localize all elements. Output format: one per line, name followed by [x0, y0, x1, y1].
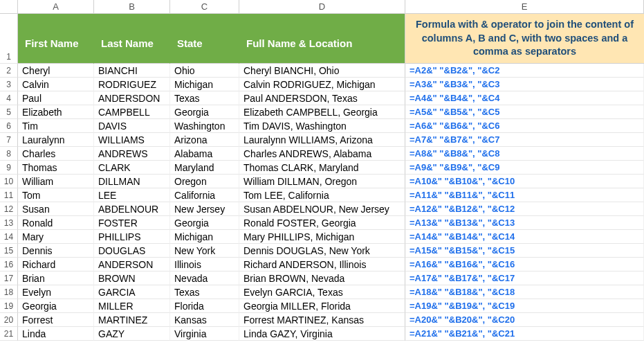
cell-E11[interactable]: =A11&" "&B11&", "&C11 — [405, 188, 644, 202]
cell-C7[interactable]: Arizona — [170, 133, 239, 147]
cell-B19[interactable]: MILLER — [94, 299, 170, 313]
col-header-c[interactable]: C — [170, 0, 239, 14]
cell-D11[interactable]: Tom LEE, California — [239, 188, 405, 202]
row-header-1[interactable]: 1 — [0, 14, 18, 64]
cell-A10[interactable]: William — [18, 175, 94, 188]
cell-A18[interactable]: Evelyn — [18, 285, 94, 299]
row-header-12[interactable]: 12 — [0, 202, 18, 216]
cell-E13[interactable]: =A13&" "&B13&", "&C13 — [405, 216, 644, 230]
cell-D5[interactable]: Elizabeth CAMPBELL, Georgia — [239, 105, 405, 119]
cell-D9[interactable]: Thomas CLARK, Maryland — [239, 161, 405, 175]
cell-E12[interactable]: =A12&" "&B12&", "&C12 — [405, 202, 644, 216]
row-header-16[interactable]: 16 — [0, 258, 18, 272]
cell-B5[interactable]: CAMPBELL — [94, 105, 170, 119]
cell-A20[interactable]: Forrest — [18, 313, 94, 327]
cell-D16[interactable]: Richard ANDERSON, Illinois — [239, 258, 405, 272]
cell-D6[interactable]: Tim DAVIS, Washington — [239, 119, 405, 133]
cell-A21[interactable]: Linda — [18, 327, 94, 341]
cell-D21[interactable]: Linda GAZY, Virginia — [239, 327, 405, 341]
row-header-5[interactable]: 5 — [0, 105, 18, 119]
cell-B14[interactable]: PHILLIPS — [94, 230, 170, 244]
header-formula-description[interactable]: Formula with & operator to join the cont… — [405, 14, 644, 64]
row-header-18[interactable]: 18 — [0, 285, 18, 299]
cell-C20[interactable]: Kansas — [170, 313, 239, 327]
cell-E3[interactable]: =A3&" "&B3&", "&C3 — [405, 78, 644, 91]
cell-C10[interactable]: Oregon — [170, 175, 239, 188]
row-header-7[interactable]: 7 — [0, 133, 18, 147]
cell-A12[interactable]: Susan — [18, 202, 94, 216]
cell-A15[interactable]: Dennis — [18, 244, 94, 258]
cell-A9[interactable]: Thomas — [18, 161, 94, 175]
cell-D14[interactable]: Mary PHILLIPS, Michigan — [239, 230, 405, 244]
row-header-21[interactable]: 21 — [0, 327, 18, 341]
cell-D8[interactable]: Charles ANDREWS, Alabama — [239, 147, 405, 161]
cell-C13[interactable]: Georgia — [170, 216, 239, 230]
cell-C5[interactable]: Georgia — [170, 105, 239, 119]
cell-D12[interactable]: Susan ABDELNOUR, New Jersey — [239, 202, 405, 216]
cell-D15[interactable]: Dennis DOUGLAS, New York — [239, 244, 405, 258]
cell-C14[interactable]: Michigan — [170, 230, 239, 244]
cell-C9[interactable]: Maryland — [170, 161, 239, 175]
cell-C15[interactable]: New York — [170, 244, 239, 258]
cell-E7[interactable]: =A7&" "&B7&", "&C7 — [405, 133, 644, 147]
row-header-11[interactable]: 11 — [0, 188, 18, 202]
header-full-name-location[interactable]: Full Name & Location — [239, 14, 405, 64]
cell-A5[interactable]: Elizabeth — [18, 105, 94, 119]
cell-C6[interactable]: Washington — [170, 119, 239, 133]
cell-A7[interactable]: Lauralynn — [18, 133, 94, 147]
cell-C12[interactable]: New Jersey — [170, 202, 239, 216]
cell-D7[interactable]: Lauralynn WILLIAMS, Arizona — [239, 133, 405, 147]
row-header-3[interactable]: 3 — [0, 78, 18, 91]
cell-C17[interactable]: Nevada — [170, 272, 239, 285]
col-header-a[interactable]: A — [18, 0, 94, 14]
row-header-15[interactable]: 15 — [0, 244, 18, 258]
cell-B6[interactable]: DAVIS — [94, 119, 170, 133]
cell-A11[interactable]: Tom — [18, 188, 94, 202]
cell-E8[interactable]: =A8&" "&B8&", "&C8 — [405, 147, 644, 161]
row-header-8[interactable]: 8 — [0, 147, 18, 161]
cell-B21[interactable]: GAZY — [94, 327, 170, 341]
row-header-9[interactable]: 9 — [0, 161, 18, 175]
cell-B18[interactable]: GARCIA — [94, 285, 170, 299]
row-header-17[interactable]: 17 — [0, 272, 18, 285]
row-header-4[interactable]: 4 — [0, 91, 18, 105]
row-header-2[interactable]: 2 — [0, 64, 18, 78]
col-header-d[interactable]: D — [239, 0, 405, 14]
spreadsheet-grid[interactable]: A B C D E 1 First Name Last Name State F… — [0, 0, 644, 341]
cell-B15[interactable]: DOUGLAS — [94, 244, 170, 258]
cell-A13[interactable]: Ronald — [18, 216, 94, 230]
cell-D10[interactable]: William DILLMAN, Oregon — [239, 175, 405, 188]
cell-A3[interactable]: Calvin — [18, 78, 94, 91]
cell-D20[interactable]: Forrest MARTINEZ, Kansas — [239, 313, 405, 327]
row-header-13[interactable]: 13 — [0, 216, 18, 230]
cell-C21[interactable]: Virginia — [170, 327, 239, 341]
cell-E21[interactable]: =A21&" "&B21&", "&C21 — [405, 327, 644, 341]
cell-E5[interactable]: =A5&" "&B5&", "&C5 — [405, 105, 644, 119]
cell-B10[interactable]: DILLMAN — [94, 175, 170, 188]
cell-A14[interactable]: Mary — [18, 230, 94, 244]
header-state[interactable]: State — [170, 14, 239, 64]
cell-A19[interactable]: Georgia — [18, 299, 94, 313]
cell-C18[interactable]: Texas — [170, 285, 239, 299]
cell-C2[interactable]: Ohio — [170, 64, 239, 78]
row-header-14[interactable]: 14 — [0, 230, 18, 244]
cell-C11[interactable]: California — [170, 188, 239, 202]
cell-C19[interactable]: Florida — [170, 299, 239, 313]
cell-E10[interactable]: =A10&" "&B10&", "&C10 — [405, 175, 644, 188]
cell-B7[interactable]: WILLIAMS — [94, 133, 170, 147]
cell-B17[interactable]: BROWN — [94, 272, 170, 285]
cell-E9[interactable]: =A9&" "&B9&", "&C9 — [405, 161, 644, 175]
cell-C16[interactable]: Illinois — [170, 258, 239, 272]
row-header-20[interactable]: 20 — [0, 313, 18, 327]
cell-A17[interactable]: Brian — [18, 272, 94, 285]
cell-D4[interactable]: Paul ANDERSDON, Texas — [239, 91, 405, 105]
cell-E18[interactable]: =A18&" "&B18&", "&C18 — [405, 285, 644, 299]
cell-A6[interactable]: Tim — [18, 119, 94, 133]
cell-E17[interactable]: =A17&" "&B17&", "&C17 — [405, 272, 644, 285]
header-first-name[interactable]: First Name — [18, 14, 94, 64]
cell-D13[interactable]: Ronald FOSTER, Georgia — [239, 216, 405, 230]
cell-A8[interactable]: Charles — [18, 147, 94, 161]
cell-E20[interactable]: =A20&" "&B20&", "&C20 — [405, 313, 644, 327]
cell-B4[interactable]: ANDERSDON — [94, 91, 170, 105]
cell-D17[interactable]: Brian BROWN, Nevada — [239, 272, 405, 285]
